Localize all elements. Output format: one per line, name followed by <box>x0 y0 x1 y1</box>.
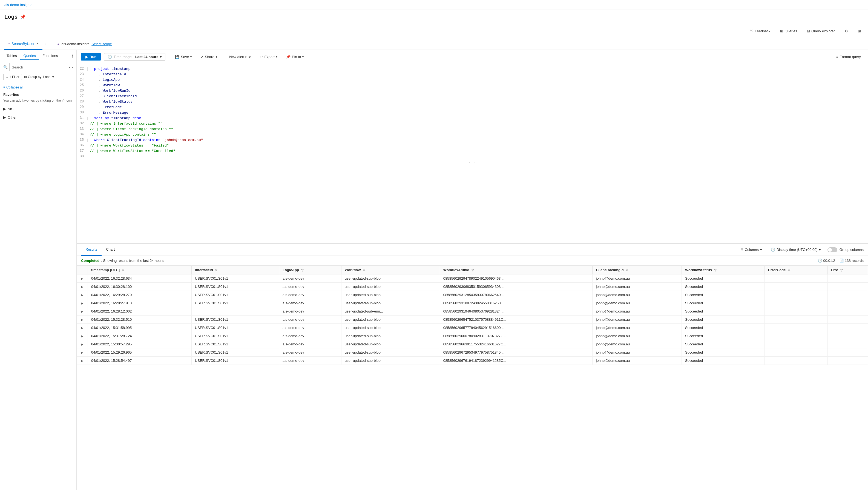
expand-row-icon[interactable]: ▶ <box>80 359 84 363</box>
row-timestamp: 04/01/2022, 15:28:54.497 <box>88 357 192 365</box>
pin-icon[interactable]: 📌 <box>20 14 26 20</box>
col-header-interfaceid[interactable]: InterfaceId ▽ <box>191 266 279 274</box>
filter-workflowstatus-icon[interactable]: ▽ <box>714 268 716 272</box>
table-row[interactable]: ▶ 04/01/2022, 16:28:27.913 USER.SVC01.S0… <box>77 299 868 307</box>
col-header-errorcode[interactable]: ErrorCode ▽ <box>765 266 828 274</box>
row-expand-cell[interactable]: ▶ <box>77 357 88 365</box>
filter-logicapp-icon[interactable]: ▽ <box>301 268 303 272</box>
results-tab-results[interactable]: Results <box>81 244 101 256</box>
col-header-workflow[interactable]: Workflow ▽ <box>341 266 440 274</box>
row-errorcode <box>765 291 828 299</box>
row-errorcode <box>765 299 828 307</box>
expand-row-icon[interactable]: ▶ <box>80 326 84 330</box>
query-explorer-button[interactable]: ⊡ Query explorer <box>804 28 838 34</box>
groupby-button[interactable]: ⊞ Group by: Label ▾ <box>24 75 54 79</box>
code-editor[interactable]: 22 | | project timestamp 23 , InterfaceI… <box>77 64 868 244</box>
results-table-container[interactable]: timestamp [UTC] ▽ InterfaceId ▽ LogicApp… <box>77 266 868 490</box>
top-toolbar: ♡ Feedback ⊞ Queries ⊡ Query explorer ⚙ … <box>0 24 868 38</box>
expand-row-icon[interactable]: ▶ <box>80 317 84 322</box>
more-options-icon[interactable]: ··· <box>29 14 32 20</box>
sidebar-collapse-icon[interactable]: ⟨ <box>72 54 73 58</box>
row-expand-cell[interactable]: ▶ <box>77 332 88 340</box>
col-header-timestamp[interactable]: timestamp [UTC] ▽ <box>88 266 192 274</box>
expand-row-icon[interactable]: ▶ <box>80 309 84 314</box>
row-expand-cell[interactable]: ▶ <box>77 299 88 307</box>
sidebar-nav-more-icon[interactable]: ... <box>68 54 71 58</box>
layout-button[interactable]: ⊞ <box>855 28 864 34</box>
format-query-button[interactable]: ≡ Format query <box>834 53 864 60</box>
tab-add-button[interactable]: + <box>42 42 49 47</box>
time-range-button[interactable]: 🕐 Time range : Last 24 hours ▾ <box>104 53 165 61</box>
sidebar-tab-queries[interactable]: Queries <box>20 52 39 60</box>
table-row[interactable]: ▶ 04/01/2022, 15:29:26.965 USER.SVC01.S0… <box>77 348 868 357</box>
col-header-workflowrunid[interactable]: WorkflowRunId ▽ <box>440 266 593 274</box>
filter-clienttrackingid-icon[interactable]: ▽ <box>626 268 628 272</box>
expand-row-icon[interactable]: ▶ <box>80 350 84 355</box>
filter-workflow-icon[interactable]: ▽ <box>363 268 365 272</box>
table-row[interactable]: ▶ 04/01/2022, 16:29:28.270 USER.SVC01.S0… <box>77 291 868 299</box>
columns-button[interactable]: ⊞ Columns ▾ <box>738 246 764 253</box>
row-expand-cell[interactable]: ▶ <box>77 324 88 332</box>
collapse-all-button[interactable]: ≡ Collapse all <box>0 84 76 90</box>
queries-button[interactable]: ⊞ Queries <box>777 28 800 34</box>
records-meta: 📄 138 records <box>839 258 864 263</box>
filter-button[interactable]: ▽ 1 Filter <box>3 74 22 80</box>
expand-row-icon[interactable]: ▶ <box>80 342 84 346</box>
export-button[interactable]: ↦ Export ▾ <box>257 53 280 60</box>
line-content: , ErrorCode <box>90 104 868 110</box>
sidebar-section-other-header[interactable]: ▶ Other <box>0 114 76 121</box>
col-header-error-extra[interactable]: Erro ▽ <box>828 266 868 274</box>
row-logicapp: ais-demo-dev <box>279 340 341 348</box>
results-tab-chart[interactable]: Chart <box>101 244 119 256</box>
table-row[interactable]: ▶ 04/01/2022, 16:28:12.002 ais-demo-dev … <box>77 307 868 315</box>
filter-interfaceid-icon[interactable]: ▽ <box>215 268 217 272</box>
table-row[interactable]: ▶ 04/01/2022, 15:28:54.497 USER.SVC01.S0… <box>77 357 868 365</box>
sidebar-tab-functions[interactable]: Functions <box>39 52 61 60</box>
tab-searchbyuser[interactable]: ● SearchByUser ✕ <box>4 38 42 50</box>
save-button[interactable]: 💾 Save ▾ <box>172 53 194 60</box>
row-expand-cell[interactable]: ▶ <box>77 283 88 291</box>
table-row[interactable]: ▶ 04/01/2022, 15:31:28.724 USER.SVC01.S0… <box>77 332 868 340</box>
row-expand-cell[interactable]: ▶ <box>77 291 88 299</box>
col-header-workflowstatus[interactable]: WorkflowStatus ▽ <box>682 266 765 274</box>
row-expand-cell[interactable]: ▶ <box>77 315 88 324</box>
sidebar-tab-tables[interactable]: Tables <box>3 52 20 60</box>
display-time-button[interactable]: 🕐 Display time (UTC+00:00) ▾ <box>769 246 823 253</box>
feedback-button[interactable]: ♡ Feedback <box>747 28 773 34</box>
col-header-clienttrackingid[interactable]: ClientTrackingId ▽ <box>593 266 682 274</box>
expand-row-icon[interactable]: ▶ <box>80 334 84 338</box>
filter-workflowrunid-icon[interactable]: ▽ <box>471 268 474 272</box>
breadcrumb-link[interactable]: ais-demo-insights <box>4 3 32 7</box>
table-row[interactable]: ▶ 04/01/2022, 16:32:28.634 USER.SVC01.S0… <box>77 274 868 283</box>
select-scope-link[interactable]: Select scope <box>91 42 112 46</box>
table-row[interactable]: ▶ 04/01/2022, 15:32:28.510 USER.SVC01.S0… <box>77 315 868 324</box>
group-columns-toggle[interactable] <box>828 247 837 252</box>
sidebar-search-more-icon[interactable]: ⋯ <box>69 65 73 70</box>
table-row[interactable]: ▶ 04/01/2022, 15:31:58.995 USER.SVC01.S0… <box>77 324 868 332</box>
col-header-expand <box>77 266 88 274</box>
row-expand-cell[interactable]: ▶ <box>77 348 88 357</box>
table-row[interactable]: ▶ 04/01/2022, 16:30:28.100 USER.SVC01.S0… <box>77 283 868 291</box>
filter-errorcode-icon[interactable]: ▽ <box>788 268 790 272</box>
row-expand-cell[interactable]: ▶ <box>77 340 88 348</box>
expand-row-icon[interactable]: ▶ <box>80 293 84 297</box>
expand-row-icon[interactable]: ▶ <box>80 284 84 289</box>
table-row[interactable]: ▶ 04/01/2022, 15:30:57.295 USER.SVC01.S0… <box>77 340 868 348</box>
row-expand-cell[interactable]: ▶ <box>77 274 88 283</box>
feedback-icon: ♡ <box>750 29 753 33</box>
filter-timestamp-icon[interactable]: ▽ <box>122 268 124 272</box>
tab-close-icon[interactable]: ✕ <box>36 42 39 45</box>
pin-to-button[interactable]: 📌 Pin to ▾ <box>283 53 306 60</box>
expand-row-icon[interactable]: ▶ <box>80 276 84 281</box>
run-button[interactable]: ▶ Run <box>81 53 101 61</box>
search-input[interactable] <box>9 63 67 71</box>
sidebar-section-ais-header[interactable]: ▶ AIS <box>0 105 76 113</box>
line-content: | project timestamp <box>90 66 868 72</box>
share-button[interactable]: ↗ Share ▾ <box>198 53 220 60</box>
col-header-logicapp[interactable]: LogicApp ▽ <box>279 266 341 274</box>
new-alert-rule-button[interactable]: + New alert rule <box>223 53 254 60</box>
row-expand-cell[interactable]: ▶ <box>77 307 88 315</box>
filter-error-extra-icon[interactable]: ▽ <box>840 268 842 272</box>
expand-row-icon[interactable]: ▶ <box>80 301 84 305</box>
settings-button[interactable]: ⚙ <box>842 28 851 34</box>
